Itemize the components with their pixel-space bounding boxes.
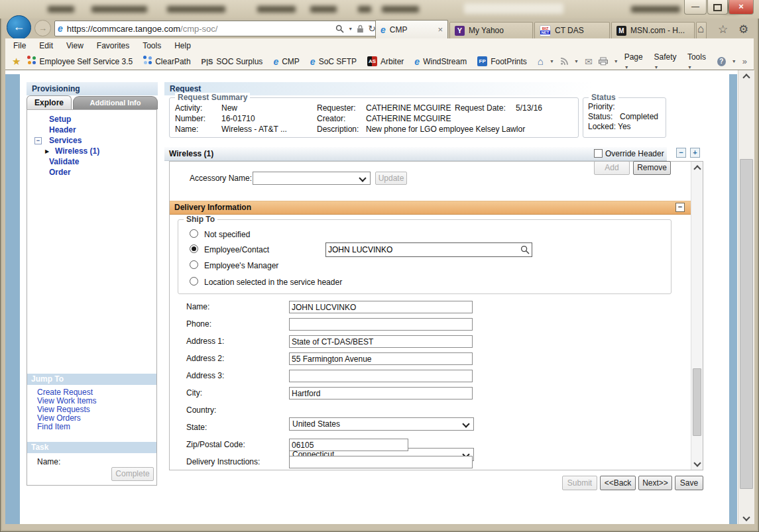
menu-file[interactable]: File xyxy=(13,41,26,50)
submit-button[interactable]: Submit xyxy=(562,476,597,490)
inner-vertical-scrollbar[interactable] xyxy=(691,162,703,470)
menu-view[interactable]: View xyxy=(66,41,84,50)
back-button[interactable]: ← xyxy=(7,15,31,40)
chevron-down-icon[interactable]: ▼ xyxy=(732,59,736,64)
tree-item-setup[interactable]: Setup xyxy=(49,115,71,124)
remove-button[interactable]: Remove xyxy=(633,161,671,175)
favorite-clearpath[interactable]: ClearPath xyxy=(143,57,190,66)
link-find-item[interactable]: Find Item xyxy=(37,422,70,431)
link-create-request[interactable]: Create Request xyxy=(37,388,93,397)
tree-item-services[interactable]: Services xyxy=(49,136,82,145)
maximize-icon xyxy=(713,4,722,11)
scroll-down-button[interactable] xyxy=(691,458,703,470)
chevron-down-icon[interactable]: ▼ xyxy=(574,59,579,64)
favorite-soc-sftp[interactable]: eSoC SFTP xyxy=(310,57,357,66)
override-header-checkbox[interactable] xyxy=(594,149,603,158)
back-step-button[interactable]: <<Back xyxy=(600,476,636,490)
menu-tools[interactable]: Tools xyxy=(143,41,161,50)
rss-feed-icon[interactable] xyxy=(560,57,568,66)
sidebar-tab-additional-info[interactable]: Additional Info xyxy=(73,96,158,109)
expand-all-icon[interactable]: + xyxy=(690,148,700,158)
tab-cmp[interactable]: e CMP × xyxy=(375,20,448,38)
name-field[interactable] xyxy=(289,301,473,313)
tree-item-wireless[interactable]: Wireless (1) xyxy=(55,146,99,156)
tab-ct-das[interactable]: BIZNET CT DAS xyxy=(534,22,610,38)
home-button[interactable]: ⌂ xyxy=(697,23,704,36)
update-button[interactable]: Update xyxy=(375,172,407,185)
add-button[interactable]: Add xyxy=(594,161,630,175)
chevron-down-icon[interactable]: ▼ xyxy=(348,27,353,31)
tree-item-order[interactable]: Order xyxy=(49,168,71,177)
accessory-name-select[interactable] xyxy=(253,172,371,185)
employee-contact-search-input[interactable] xyxy=(326,243,518,256)
complete-button[interactable]: Complete xyxy=(111,467,154,481)
favorite-footprints[interactable]: FPFootPrints xyxy=(477,56,527,66)
save-button[interactable]: Save xyxy=(675,476,703,490)
address-bar[interactable]: e https://commcare.tangoe.com /cmp-soc/ … xyxy=(54,21,379,36)
sidebar-tab-explore[interactable]: Explore xyxy=(27,95,72,109)
collapse-section-icon[interactable]: − xyxy=(675,203,685,212)
tab-my-yahoo[interactable]: Y My Yahoo xyxy=(449,22,533,38)
city-field[interactable] xyxy=(289,387,473,399)
favorite-arbiter[interactable]: ASArbiter xyxy=(367,56,404,66)
link-view-requests[interactable]: View Requests xyxy=(37,405,90,414)
address3-field[interactable] xyxy=(289,370,473,382)
ship-employees-manager-radio[interactable] xyxy=(190,260,198,269)
ship-location-service-header-radio[interactable] xyxy=(190,277,198,286)
scroll-up-button[interactable] xyxy=(691,162,703,173)
ship-not-specified-radio[interactable] xyxy=(190,229,198,238)
forward-button[interactable]: → xyxy=(34,20,51,36)
back-icon: ← xyxy=(13,20,25,33)
tree-arrow-icon[interactable]: ▶ xyxy=(45,148,49,154)
delivery-instructions-field[interactable] xyxy=(289,456,473,468)
chevron-down-icon[interactable]: ▼ xyxy=(550,59,554,64)
browser-vertical-scrollbar[interactable] xyxy=(738,70,754,524)
search-icon[interactable] xyxy=(335,25,344,33)
settings-gear-button[interactable]: ⚙ xyxy=(738,23,748,36)
menu-favorites[interactable]: Favorites xyxy=(97,41,129,50)
favorite-soc-surplus[interactable]: P|SSOC Surplus xyxy=(202,57,263,66)
menu-help[interactable]: Help xyxy=(174,41,191,50)
page-menu[interactable]: Page ▼ xyxy=(624,52,648,71)
maximize-button[interactable] xyxy=(707,0,728,15)
scroll-up-button[interactable] xyxy=(738,70,754,81)
tree-item-header[interactable]: Header xyxy=(49,125,76,134)
zip-field[interactable] xyxy=(289,439,408,451)
favorite-windstream[interactable]: eWindStream xyxy=(414,57,467,66)
safety-menu-label: Safety xyxy=(654,52,676,62)
collapse-all-icon[interactable]: − xyxy=(676,148,686,158)
safety-menu[interactable]: Safety ▼ xyxy=(654,52,681,71)
chevron-down-icon[interactable]: ▼ xyxy=(614,59,618,64)
tools-menu[interactable]: Tools ▼ xyxy=(687,52,711,71)
address2-field[interactable] xyxy=(289,352,473,365)
favorites-button[interactable]: ☆ xyxy=(718,23,728,36)
home-icon[interactable]: ⌂ xyxy=(538,56,544,67)
next-step-button[interactable]: Next>> xyxy=(638,476,672,490)
phone-field[interactable] xyxy=(289,318,473,331)
help-icon[interactable]: ? xyxy=(717,57,726,66)
collapse-expander-icon[interactable]: − xyxy=(34,137,42,144)
scrollbar-thumb[interactable] xyxy=(740,159,753,489)
tab-msn[interactable]: M MSN.com - H... xyxy=(611,22,695,38)
tree-item-validate[interactable]: Validate xyxy=(49,157,79,166)
link-view-orders[interactable]: View Orders xyxy=(37,413,81,423)
country-select[interactable]: United States xyxy=(289,417,474,431)
favorite-cmp[interactable]: eCMP xyxy=(273,57,299,66)
ship-employee-contact-radio[interactable] xyxy=(190,244,198,253)
close-tab-icon[interactable]: × xyxy=(438,25,443,34)
close-button[interactable]: × xyxy=(729,0,754,15)
overflow-chevron-icon[interactable]: » xyxy=(742,56,747,66)
wireless-section-header[interactable]: Wireless (1) xyxy=(164,147,667,161)
minimize-button[interactable]: — xyxy=(684,0,707,15)
search-icon[interactable] xyxy=(520,245,530,254)
delivery-information-header[interactable]: Delivery Information xyxy=(170,201,691,215)
address1-field[interactable] xyxy=(289,335,473,348)
favorite-employee-self-service[interactable]: Employee Self Service 3.5 xyxy=(27,57,133,66)
scrollbar-thumb[interactable] xyxy=(693,368,701,436)
print-icon[interactable] xyxy=(599,57,608,66)
menu-edit[interactable]: Edit xyxy=(39,41,53,50)
add-favorite-star-icon[interactable]: ★ xyxy=(12,56,21,68)
scroll-down-button[interactable] xyxy=(738,513,754,524)
link-view-work-items[interactable]: View Work Items xyxy=(37,396,97,405)
read-mail-icon[interactable]: ✉ xyxy=(585,56,593,67)
